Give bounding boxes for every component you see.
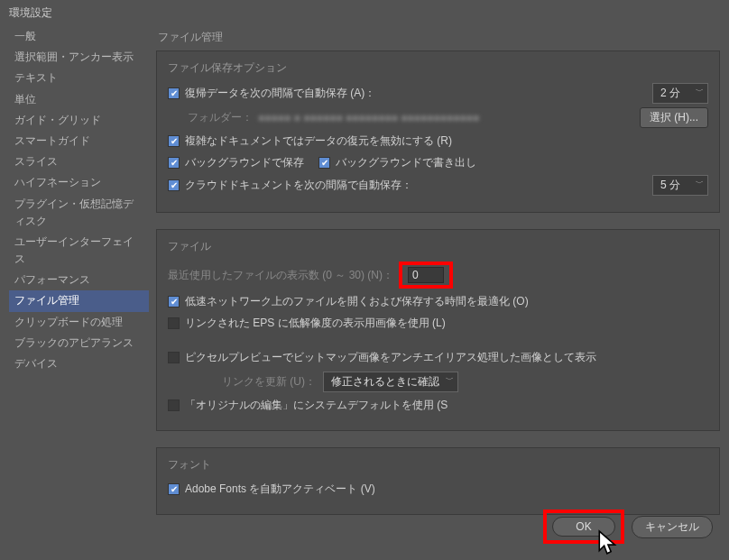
eps-lowres-label: リンクされた EPS に低解像度の表示用画像を使用 (L) xyxy=(185,316,446,331)
group-save-title: ファイル保存オプション xyxy=(168,60,708,76)
slow-net-checkbox[interactable]: ✔ xyxy=(168,296,180,308)
sidebar-item-general[interactable]: 一般 xyxy=(9,26,149,47)
folder-label: フォルダー： xyxy=(188,110,253,125)
ok-button[interactable]: OK xyxy=(552,517,615,537)
sidebar-item-guides[interactable]: ガイド・グリッド xyxy=(9,110,149,131)
cloud-save-label: クラウドドキュメントを次の間隔で自動保存： xyxy=(185,178,412,193)
sidebar-item-smart-guides[interactable]: スマートガイド xyxy=(9,131,149,151)
link-update-select[interactable]: 修正されるときに確認 xyxy=(323,372,458,392)
original-edit-checkbox[interactable]: ✔ xyxy=(168,399,180,411)
sidebar-item-clipboard[interactable]: クリップボードの処理 xyxy=(9,312,149,333)
recovery-label: 復帰データを次の間隔で自動保存 (A)： xyxy=(185,86,375,101)
sidebar-item-slices[interactable]: スライス xyxy=(9,151,149,172)
group-files-title: ファイル xyxy=(168,239,708,254)
folder-path: ■■■■■ ■ ■■■■■■ ■■■■■■■■ ■■■■■■■■■■■■ xyxy=(258,112,479,124)
cloud-interval-select[interactable]: 5 分 xyxy=(652,175,708,196)
sidebar-item-text[interactable]: テキスト xyxy=(9,68,149,88)
slow-net-label: 低速ネットワーク上のファイルを開くおよび保存する時間を最適化 (O) xyxy=(185,294,529,309)
main-area: 一般 選択範囲・アンカー表示 テキスト 単位 ガイド・グリッド スマートガイド … xyxy=(0,26,729,540)
sidebar-item-units[interactable]: 単位 xyxy=(9,89,149,110)
content-panel: ファイル管理 ファイル保存オプション ✔ 復帰データを次の間隔で自動保存 (A)… xyxy=(156,26,720,531)
bg-save-label: バックグラウンドで保存 xyxy=(185,155,304,170)
bg-export-label: バックグラウンドで書き出し xyxy=(336,155,476,170)
choose-folder-button[interactable]: 選択 (H)... xyxy=(640,107,708,128)
recent-files-highlight xyxy=(399,262,453,289)
auto-activate-checkbox[interactable]: ✔ xyxy=(168,483,180,495)
footer: OK キャンセル xyxy=(543,510,713,544)
link-update-label: リンクを更新 (U)： xyxy=(222,374,316,390)
group-files: ファイル 最近使用したファイルの表示数 (0 ～ 30) (N)： ✔ 低速ネッ… xyxy=(156,229,720,431)
sidebar-item-performance[interactable]: パフォーマンス xyxy=(9,270,149,290)
complex-doc-label: 複雑なドキュメントではデータの復元を無効にする (R) xyxy=(185,133,452,149)
pixel-preview-checkbox[interactable]: ✔ xyxy=(168,352,180,363)
recent-files-input[interactable] xyxy=(408,267,444,283)
window-title: 環境設定 xyxy=(0,0,729,26)
sidebar-item-hyphenation[interactable]: ハイフネーション xyxy=(9,172,149,193)
recovery-interval-select[interactable]: 2 分 xyxy=(652,83,708,104)
sidebar-item-black[interactable]: ブラックのアピアランス xyxy=(9,333,149,353)
sidebar-item-devices[interactable]: デバイス xyxy=(9,353,149,374)
recovery-checkbox[interactable]: ✔ xyxy=(168,87,180,99)
sidebar-item-selection[interactable]: 選択範囲・アンカー表示 xyxy=(9,47,149,68)
auto-activate-label: Adobe Fonts を自動アクティベート (V) xyxy=(185,482,375,497)
bg-save-checkbox[interactable]: ✔ xyxy=(168,157,180,169)
complex-doc-checkbox[interactable]: ✔ xyxy=(168,135,180,147)
sidebar: 一般 選択範囲・アンカー表示 テキスト 単位 ガイド・グリッド スマートガイド … xyxy=(9,26,149,531)
recent-files-label: 最近使用したファイルの表示数 (0 ～ 30) (N)： xyxy=(168,268,393,283)
pixel-preview-label: ピクセルプレビューでビットマップ画像をアンチエイリアス処理した画像として表示 xyxy=(185,350,596,365)
group-fonts-title: フォント xyxy=(168,457,708,473)
original-edit-label: 「オリジナルの編集」にシステムデフォルトを使用 (S xyxy=(185,398,448,413)
panel-heading: ファイル管理 xyxy=(158,30,720,45)
bg-export-checkbox[interactable]: ✔ xyxy=(318,157,330,169)
sidebar-item-file-mgmt[interactable]: ファイル管理 xyxy=(9,290,149,311)
group-save-options: ファイル保存オプション ✔ 復帰データを次の間隔で自動保存 (A)： 2 分 フ… xyxy=(156,50,720,213)
eps-lowres-checkbox[interactable]: ✔ xyxy=(168,317,180,329)
cancel-button[interactable]: キャンセル xyxy=(632,516,713,538)
group-fonts: フォント ✔ Adobe Fonts を自動アクティベート (V) xyxy=(156,447,720,515)
sidebar-item-ui[interactable]: ユーザーインターフェイス xyxy=(9,232,149,270)
sidebar-item-plugins[interactable]: プラグイン・仮想記憶ディスク xyxy=(9,194,149,232)
cloud-save-checkbox[interactable]: ✔ xyxy=(168,179,180,191)
ok-highlight: OK xyxy=(543,510,624,544)
